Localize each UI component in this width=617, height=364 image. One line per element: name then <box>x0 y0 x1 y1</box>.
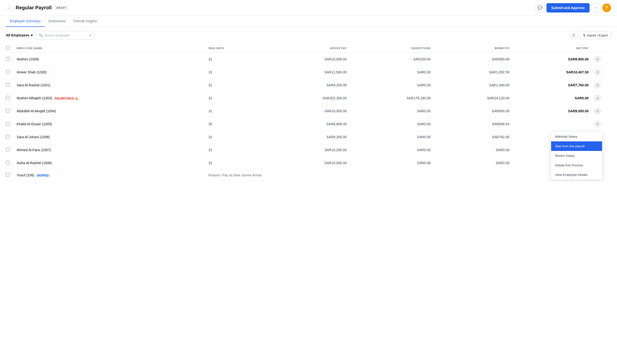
row-checkbox[interactable] <box>6 173 10 177</box>
cell-benefits: SAR24,120.00 <box>434 92 512 105</box>
employee-name-text: Ibrahim (1009) <box>17 57 39 61</box>
row-checkbox-cell <box>6 143 14 156</box>
row-checkbox-cell <box>6 156 14 169</box>
table-row: Ahmed Al-Farsi (1007)31SAR10,200.00SAR0.… <box>6 143 611 156</box>
row-checkbox[interactable] <box>6 161 10 164</box>
row-action-button[interactable]: ⊕ <box>594 95 600 101</box>
cell-gross-pay: SAR8,806.45 <box>266 118 350 131</box>
table-row: Ibrahim Alfaqieh (1003)SALARY HOLD🔒31SAR… <box>6 92 611 105</box>
employee-name-cell: Yusuf (108)SKIPPED <box>14 169 205 181</box>
dropdown-item-withhold-salary[interactable]: Withhold Salary <box>551 132 602 141</box>
toolbar-right: ☷ ⇅ Import / Export <box>570 31 611 39</box>
cell-paid-days: 31 <box>205 53 266 66</box>
cell-net-pay: SAR9,050.00 <box>512 105 591 118</box>
row-action-button[interactable]: ⊕ <box>594 69 600 75</box>
draft-badge: DRAFT <box>54 6 68 10</box>
action-circle-icon: ⊕ <box>596 121 599 127</box>
cell-paid-days: 31 <box>205 143 266 156</box>
toolbar: All Employees ▾ 🔍 Search Employee ▾ ☷ ⇅ … <box>0 27 617 44</box>
cell-paid-days: 31 <box>205 156 266 169</box>
cell-benefits: SAR950.00 <box>434 105 512 118</box>
help-button[interactable]: ? <box>602 3 611 12</box>
header-actions: 💬 Submit and Approve ⋯ ? <box>536 3 611 13</box>
employee-name-cell: Khalid Al-Dosari (1005) <box>14 118 205 131</box>
select-all-checkbox-cell <box>6 44 14 53</box>
cell-gross-pay: SAR10,200.00 <box>266 143 350 156</box>
cell-gross-pay: SAR10,000.00 <box>266 156 350 169</box>
row-checkbox[interactable] <box>6 148 10 151</box>
cell-gross-pay: SAR11,500.00 <box>266 66 350 79</box>
action-circle-icon: ⊕ <box>596 95 599 101</box>
cell-net-pay: SAR7,760.00 <box>512 79 591 92</box>
import-export-icon: ⇅ <box>583 34 586 37</box>
employee-name-cell: Ibrahim (1009) <box>14 53 205 66</box>
page-title: Regular Payroll <box>16 5 52 11</box>
back-button[interactable]: ‹ <box>6 4 13 11</box>
table-row: Aisha Al-Rashid (1008)31SAR10,000.00SAR0… <box>6 156 611 169</box>
back-icon: ‹ <box>9 6 10 10</box>
cell-benefits: SAR782.00 <box>434 131 512 143</box>
row-checkbox[interactable] <box>6 109 10 113</box>
tab-overall-insights[interactable]: Overall Insights <box>69 16 101 27</box>
row-checkbox[interactable] <box>6 96 10 100</box>
search-dropdown-icon: ▾ <box>89 34 91 37</box>
dropdown-item-skip-from-payroll[interactable]: Skip from this payroll <box>551 141 602 151</box>
employee-table-wrapper: EMPLOYEE NAME PAID DAYS GROSS PAY DEDUCT… <box>0 44 617 181</box>
filter-button[interactable]: ☷ <box>570 31 578 39</box>
row-checkbox[interactable] <box>6 83 10 87</box>
col-benefits: BENEFITS <box>434 44 512 53</box>
row-action-cell: ⊕ <box>591 53 603 66</box>
all-employees-filter[interactable]: All Employees ▾ <box>6 33 33 37</box>
cell-deductions: SAR0.00 <box>350 66 434 79</box>
row-checkbox[interactable] <box>6 122 10 126</box>
dropdown-item-initiate-exit[interactable]: Initiate Exit Process <box>551 160 602 170</box>
search-employee-input[interactable]: 🔍 Search Employee ▾ <box>36 31 94 40</box>
row-action-cell: ⊕ <box>591 92 603 105</box>
comment-button[interactable]: 💬 <box>536 3 545 12</box>
cell-deductions: SAR0.00 <box>350 131 434 143</box>
tab-employee-summary[interactable]: Employee Summary <box>6 16 45 27</box>
row-checkbox-cell <box>6 169 14 181</box>
table-row: Ibrahim (1009)31SAR10,000.00SAR100.00SAR… <box>6 53 611 66</box>
dropdown-item-revise-salary[interactable]: Revise Salary <box>551 151 602 160</box>
row-action-cell <box>603 169 611 181</box>
row-checkbox[interactable] <box>6 70 10 74</box>
dropdown-item-view-employee-details[interactable]: View Employee Details <box>551 170 602 180</box>
row-action-button[interactable]: ⊕ <box>594 56 600 62</box>
row-action-button[interactable]: ⊕ <box>594 82 600 88</box>
select-all-checkbox[interactable] <box>6 46 10 50</box>
skipped-badge: SKIPPED <box>36 174 50 177</box>
row-checkbox-cell <box>6 79 14 92</box>
row-action-cell: ⊕ <box>591 79 603 92</box>
cell-net-pay <box>512 118 591 131</box>
cell-benefits: SAR1,092.50 <box>434 66 512 79</box>
cell-deductions: SAR0.00 <box>350 118 434 131</box>
cell-deductions: SAR100.00 <box>350 53 434 66</box>
salary-hold-badge: SALARY HOLD🔒 <box>54 97 80 100</box>
row-action-button[interactable]: ⊕ <box>594 108 600 114</box>
row-checkbox[interactable] <box>6 135 10 138</box>
import-export-button[interactable]: ⇅ Import / Export <box>580 31 611 39</box>
header: ‹ Regular Payroll DRAFT 💬 Submit and App… <box>0 0 617 16</box>
employee-name-cell: Sara Al-Rashid (1001) <box>14 79 205 92</box>
action-circle-icon: ⊕ <box>596 69 599 75</box>
cell-gross-pay: SAR10,000.00 <box>266 105 350 118</box>
row-action-dropdown: Withhold Salary Skip from this payroll R… <box>551 132 602 180</box>
employee-name-text: Ahmed Al-Farsi (1007) <box>17 148 51 152</box>
row-checkbox[interactable] <box>6 57 10 61</box>
row-checkbox-cell <box>6 105 14 118</box>
row-checkbox-cell <box>6 53 14 66</box>
row-action-cell: ⊕ <box>591 105 603 118</box>
employee-name-cell: Ibrahim Alfaqieh (1003)SALARY HOLD🔒 <box>14 92 205 105</box>
employee-name-cell: Abdullah Al-Muqbil (1004) <box>14 105 205 118</box>
cell-gross-pay: SAR9,200.00 <box>266 79 350 92</box>
tab-deductions[interactable]: Deductions <box>45 16 69 27</box>
employee-name-text: Abdullah Al-Muqbil (1004) <box>17 109 56 113</box>
submit-approve-button[interactable]: Submit and Approve <box>547 3 590 13</box>
cell-benefits: SAR950.00 <box>434 53 512 66</box>
row-action-button[interactable]: ⊕ <box>594 121 600 127</box>
cell-deductions: SAR178,180.00 <box>350 92 434 105</box>
employee-name-cell: Aisha Al-Rashid (1008) <box>14 156 205 169</box>
more-options-button[interactable]: ⋯ <box>591 3 600 12</box>
row-checkbox-cell <box>6 92 14 105</box>
